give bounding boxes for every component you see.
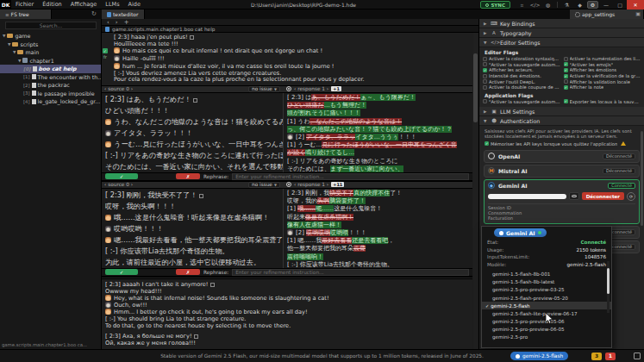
application-checkbox-1[interactable]: ✓ [564,99,568,103]
tree-item-le-gate-locked-de-gr-[interactable]: [4]le_gate_locked_de_gr... [0,97,101,106]
menu-edition[interactable]: Édition [38,1,66,8]
refresh-tree-icon[interactable]: ↻ [91,10,97,17]
tab-fs-tree[interactable]: ≡ FS tree [0,9,52,19]
settings-scrollbar[interactable] [641,19,643,349]
section-authentication[interactable]: ▼ ☻ Authentication [479,116,644,126]
reject-button[interactable]: ✗ [176,269,200,275]
search-input[interactable] [5,22,97,29]
editor-checkbox-7[interactable]: ✓ [564,74,568,78]
maximize-button[interactable]: ▢ [613,0,627,9]
dialogue-line: ひどい頭痛だ！！！ [105,105,283,116]
provider-card-mistral-ai[interactable]: MMistral AIDéconnecté [484,165,640,178]
dialogue-line: To do that, go to the nearest house by s… [105,322,472,329]
model-list-scrollbar[interactable] [607,261,610,313]
menu-fichier[interactable]: Fichier [11,1,38,8]
reject-button[interactable]: ✗ [176,173,200,179]
nav-forward-button[interactable]: › [116,19,118,26]
close-button[interactable]: ✕ [627,0,644,9]
tree-item-main[interactable]: ▼main [0,48,101,57]
issue-dropdown[interactable]: no issue▼ [248,86,280,92]
editor-checkbox-11[interactable]: ✓ [564,85,568,90]
provider-card-openai[interactable]: OpenAIDéconnecté [484,150,640,163]
tree-item-the-encounter-with-th-[interactable]: [1]The encounter with th... [0,73,101,82]
menu-aide[interactable]: Aide [124,1,145,8]
editor-checkbox-3[interactable]: ✓ [564,62,568,66]
minimize-button[interactable]: — [599,0,613,9]
deleted-text: 哎哟哎哟 [306,229,330,236]
approve-button[interactable]: ✓ [105,173,138,179]
model-option-gemini-2.5-flash-preview-05-20[interactable]: gemini-2.5-flash-preview-05-20 [482,294,611,302]
folder-icon [12,42,18,47]
model-option-gemini-2.5-pro-preview-03-25[interactable]: gemini-2.5-pro-preview-03-25 [482,286,611,294]
show-key-button[interactable] [569,192,579,200]
tree-index: [4] [23,99,30,104]
status-model-pill[interactable]: gemini-2.5-flash [510,352,568,360]
tree-item-chapter1[interactable]: ▼chapter1 [0,57,101,66]
provider-link[interactable]: Facturation [488,215,635,221]
section-editor-settings[interactable]: ▼ </> Editor Settings [479,38,644,47]
menu-llms[interactable]: LLMs [101,1,123,8]
editor-flag-10: Activer la double coupure de ligne. [483,84,560,90]
section-llm-settings[interactable]: ▶ ▣ LLM Settings [479,107,644,116]
tree-item-the-packrac[interactable]: [2]the packrac [0,81,101,90]
console-icon[interactable] [634,353,641,359]
api-key-input[interactable] [488,194,566,199]
editor-scrollbar[interactable] [473,33,478,349]
flag-label: "Activer la sauvegarde automatique" [489,62,560,67]
error-count-badge[interactable]: 1 [605,353,616,360]
code-icon[interactable]: </> [529,1,541,9]
tree-item-le-passage-imposible[interactable]: [3]le passage imposible [0,90,101,98]
section-key-bindings[interactable]: ▶ ⌨ Key Bindings [479,19,644,28]
panel-toggle-icon[interactable]: ▣ [635,10,641,16]
editor-checkbox-2[interactable] [483,62,487,66]
model-option-gemini-2.5-pro[interactable]: gemini-2.5-pro [482,334,611,341]
line-text: To do that, go to the nearest house by s… [105,322,291,329]
response-pane: [ 2:3] 刚刚，我快受不了真的快撑不住了！哎呀，我的头啊脑袋要炸了！[1] … [284,189,472,268]
editor-checkbox-1[interactable] [564,57,568,61]
menu-affichage[interactable]: Affichage [66,1,102,8]
issue-dropdown[interactable]: no issue▼ [248,182,280,188]
model-option-gemini-2.5-pro-preview-06-05[interactable]: gemini-2.5-pro-preview-06-05 [482,326,611,334]
nav-add-button[interactable]: + [124,19,129,26]
remember-keys-checkbox[interactable]: ✓ [485,141,489,146]
settings-icon[interactable]: ⚙ [587,1,598,9]
diamond-icon[interactable]: ◆ [574,1,585,9]
tree-item-boo-cat-help[interactable]: [0]boo cat help [0,65,101,73]
sync-button[interactable]: SYNC [480,1,510,9]
warning-count-badge[interactable]: 3 [591,353,602,360]
tree-item-game[interactable]: ▼game [0,32,101,41]
dialogue-line: Owwww my head!!! [105,288,472,295]
model-option-gemini-2.5-flash[interactable]: ✓gemini-2.5-flash [482,302,611,309]
dialogue-line: [ 2:3] 刚刚，我快受不了了！ [105,190,283,201]
editor-checkbox-4[interactable]: ✓ [483,68,487,72]
editor-checkbox-10[interactable] [483,85,487,90]
beaker-icon[interactable]: ⚗ [561,1,572,9]
provider-card-gemini-ai[interactable]: ◆Gemini AIConnectéDéconnecter⟳Session ID… [484,179,640,224]
model-option-gemini-1.5-flash-8b-latest[interactable]: gemini-1.5-flash-8b-latest [482,278,611,286]
tab-app-settings[interactable]: app_settings [570,9,644,19]
section-typography[interactable]: ▶ A Typography [479,28,644,38]
inserted-text: 还是去看看吧 [352,237,388,244]
diff-line: 哎呀，我的头啊脑袋要炸了！ [287,197,472,205]
refinement-toolbar-0: ✓✗Rephrase: [102,172,472,181]
rephrase-input[interactable] [232,173,469,180]
globe-icon[interactable]: ◍ [542,1,553,9]
rephrase-input[interactable] [232,269,469,276]
mistral-logo-icon: M [488,167,495,174]
editor-checkbox-0[interactable] [483,57,487,61]
approve-button[interactable]: ✓ [105,269,138,275]
model-option-gemini-1.5-flash-8b-001[interactable]: gemini-1.5-flash-8b-001 [482,270,611,278]
controller-icon[interactable]: ⌗ [516,1,528,9]
gemini-pill[interactable]: Gemini AI [494,228,547,237]
editor-checkbox-8[interactable] [483,79,487,84]
application-checkbox-0[interactable] [483,99,487,103]
tab-texteditor[interactable]: texteditor [102,9,145,19]
nav-back-button[interactable]: ‹ [107,19,109,26]
editor-checkbox-5[interactable]: ✓ [564,68,568,72]
key-options-button[interactable]: ⟳ [627,192,635,201]
disconnect-button[interactable]: Déconnecter [582,192,624,200]
editor-checkbox-6[interactable] [483,74,487,78]
tree-item-scripts[interactable]: ▼scripts [0,41,101,49]
editor-scroll-region: ✓fr[ 2:3] haaa j'en peut plus!Houîîîîeee… [102,33,472,349]
editor-checkbox-9[interactable] [564,79,568,84]
